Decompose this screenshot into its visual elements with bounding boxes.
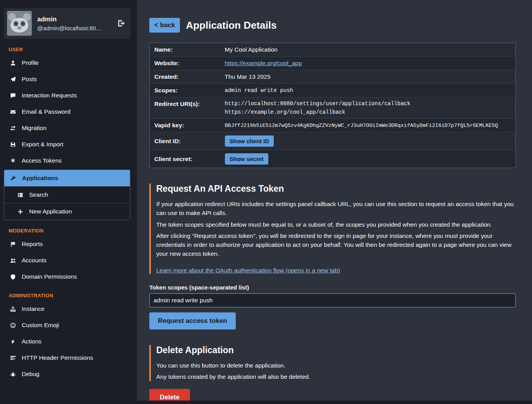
show-secret-button[interactable]: Show secret	[225, 153, 268, 165]
sidebar-section-moderation: MODERATION	[9, 228, 126, 234]
sidebar-item-label: Email & Password	[22, 108, 71, 115]
sidebar-item-email-password[interactable]: Email & Password	[4, 104, 130, 120]
table-row-redirect-uris: Redirect URI(s): http://localhost:8080/s…	[150, 97, 516, 119]
row-value: admin read write push	[220, 84, 516, 97]
request-access-token-button[interactable]: Request access token	[149, 312, 236, 329]
sidebar-item-posts[interactable]: Posts	[4, 71, 130, 87]
row-label: Scopes:	[150, 84, 220, 97]
sidebar-section-user: USER	[9, 47, 126, 52]
sidebar-item-label: Custom Emoji	[22, 322, 59, 329]
comment-icon	[10, 93, 16, 99]
bolt-icon	[10, 339, 16, 345]
main-panel: < back Application Details Name: My Cool…	[137, 0, 532, 401]
sidebar-item-domain-permissions[interactable]: Domain Permissions	[4, 269, 130, 285]
token-scopes-label: Token scopes (space-separated list)	[149, 284, 516, 291]
row-label: Client ID:	[150, 132, 220, 150]
delete-button[interactable]: Delete	[149, 389, 190, 401]
sidebar-item-label: New Application	[29, 208, 72, 215]
sidebar-item-label: Interaction Requests	[22, 92, 77, 99]
row-value: BBJffJ219b5iE512m7wQSzv4KgKDhgZZVzNyWC_r…	[220, 119, 516, 132]
sidebar-item-label: Accounts	[22, 257, 47, 264]
avatar	[7, 11, 32, 36]
token-section-title: Request An API Access Token	[156, 184, 516, 194]
page-header: < back Application Details	[149, 18, 516, 33]
smile-icon	[10, 323, 16, 328]
website-link[interactable]: https://example.org/cool_app	[225, 60, 302, 66]
asterisk-icon	[10, 158, 16, 164]
user-card[interactable]: admin @admin@localhost:80...	[4, 8, 130, 39]
bug-icon	[10, 371, 16, 377]
sidebar-item-label: Posts	[22, 76, 37, 83]
sidebar-item-label: Profile	[22, 59, 39, 66]
token-button-row: Request access token	[149, 312, 516, 329]
redirect-uri-2: https://example.org/cool_app/callback	[225, 109, 511, 115]
sidebar-item-label: Domain Permissions	[22, 273, 77, 280]
delete-application-section: Delete Application You can use this butt…	[149, 345, 516, 381]
applications-group: Applications Search New Application	[4, 170, 130, 220]
token-section-paragraph-2: The token scopes specified below must be…	[156, 220, 516, 229]
back-button[interactable]: < back	[149, 18, 180, 33]
sidebar-item-migration[interactable]: Migration	[4, 120, 130, 136]
floppy-icon	[10, 142, 16, 147]
user-name: admin	[37, 16, 101, 23]
plus-icon	[17, 209, 23, 215]
sidebar-item-instance[interactable]: Instance	[4, 301, 130, 317]
shield-icon	[10, 274, 16, 280]
envelope-icon	[10, 109, 16, 115]
sidebar-section-administration: ADMINISTRATION	[9, 293, 126, 298]
sidebar-item-label: Actions	[22, 338, 41, 345]
sidebar-item-label: Instance	[22, 305, 45, 312]
sidebar-item-profile[interactable]: Profile	[4, 55, 130, 71]
sidebar-item-http-header-permissions[interactable]: HTTP Header Permissions	[4, 350, 130, 366]
table-row-website: Website: https://example.org/cool_app	[150, 57, 516, 70]
flag-icon	[10, 241, 16, 247]
row-label: Vapid key:	[150, 119, 220, 132]
users-icon	[10, 258, 16, 264]
token-section-paragraph-1: If your application redirect URIs includ…	[156, 199, 516, 218]
sidebar-item-reports[interactable]: Reports	[4, 236, 130, 252]
row-value: http://localhost:8080/settings/user/appl…	[220, 97, 516, 119]
sidebar-item-accounts[interactable]: Accounts	[4, 252, 130, 269]
sidebar-item-label: Export & Import	[22, 141, 64, 148]
sidebar: admin @admin@localhost:80... USER Profil…	[0, 0, 134, 404]
sidebar-item-debug[interactable]: Debug	[4, 366, 130, 382]
delete-section-paragraph-2: Any tokens created by the application wi…	[156, 372, 516, 381]
token-scopes-input[interactable]	[149, 293, 516, 307]
sign-out-icon[interactable]	[117, 19, 126, 28]
sitemap-icon	[10, 306, 16, 312]
sidebar-item-applications-search[interactable]: Search	[4, 186, 130, 203]
delete-section-title: Delete Application	[156, 345, 516, 355]
table-row-client-id: Client ID: Show client ID	[150, 132, 516, 150]
row-value: Thu Mar 13 2025	[220, 70, 516, 84]
table-row-client-secret: Client secret: Show secret	[150, 150, 516, 168]
sidebar-item-custom-emoji[interactable]: Custom Emoji	[4, 317, 130, 333]
sidebar-item-access-tokens[interactable]: Access Tokens	[4, 153, 130, 169]
row-value: My Cool Application	[220, 43, 516, 57]
row-label: Redirect URI(s):	[150, 97, 220, 119]
row-label: Name:	[150, 43, 220, 57]
row-value: Show secret	[220, 150, 516, 168]
show-client-id-button[interactable]: Show client ID	[225, 135, 274, 147]
sidebar-item-applications[interactable]: Applications	[4, 170, 130, 186]
user-meta: admin @admin@localhost:80...	[37, 16, 101, 31]
delete-button-row: Delete	[149, 389, 516, 401]
table-row-name: Name: My Cool Application	[150, 43, 516, 57]
row-label: Client secret:	[150, 150, 220, 168]
token-section-paragraph-3: After clicking "Request access token", y…	[156, 231, 516, 258]
details-table: Name: My Cool Application Website: https…	[149, 43, 516, 168]
row-label: Created:	[150, 70, 220, 84]
wrench-icon	[10, 175, 16, 181]
sidebar-item-interaction-requests[interactable]: Interaction Requests	[4, 87, 130, 104]
sidebar-item-label: Debug	[22, 371, 40, 378]
sidebar-item-export-import[interactable]: Export & Import	[4, 136, 130, 153]
page-title: Application Details	[186, 19, 276, 31]
sidebar-item-new-application[interactable]: New Application	[4, 203, 130, 220]
user-icon	[10, 60, 16, 66]
user-handle: @admin@localhost:80...	[37, 25, 101, 31]
sidebar-item-actions[interactable]: Actions	[4, 333, 130, 350]
sidebar-item-label: Reports	[22, 241, 43, 248]
paper-plane-icon	[10, 76, 16, 82]
row-label: Website:	[150, 57, 220, 70]
table-row-created: Created: Thu Mar 13 2025	[150, 70, 516, 84]
oauth-docs-link[interactable]: Learn more about the OAuth authenticatio…	[156, 267, 340, 274]
